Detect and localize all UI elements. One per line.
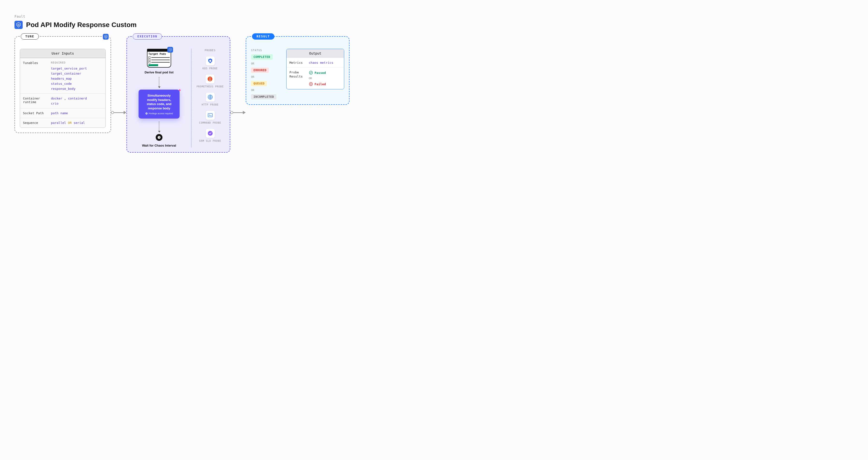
required-tag: REQUIRED xyxy=(51,61,102,64)
runtime-value: crio xyxy=(51,102,102,105)
probe-results-row: Probe Results Passed OR Failed xyxy=(286,67,344,89)
title-row: Pod API Modify Response Custom xyxy=(14,21,854,29)
check-circle-icon xyxy=(309,70,313,75)
or-text: OR xyxy=(251,89,254,92)
tunable-value: status_code xyxy=(51,82,102,86)
user-inputs-box: User Inputs Tunables REQUIRED target_ser… xyxy=(20,49,106,128)
diagram-container: TUNE User Inputs Tunables REQUIRED targe… xyxy=(14,36,854,153)
sparkle-icon: ✦ xyxy=(178,88,182,93)
separator: , xyxy=(64,97,66,100)
probe-k8s: K8S PROBE xyxy=(203,56,218,70)
step-wait-interval: Wait for Chaos Interval xyxy=(142,144,176,147)
probe-srm: SRM SLO PROBE xyxy=(199,129,221,143)
terminal-icon xyxy=(206,111,215,120)
arrow-connector xyxy=(230,111,246,114)
output-box: Output Metrics chaos metrics Probe Resul… xyxy=(286,49,344,89)
kubernetes-icon xyxy=(103,34,108,40)
page-header: Fault Pod API Modify Response Custom xyxy=(14,14,854,29)
execution-label: EXECUTION xyxy=(133,33,162,40)
status-column: STATUS COMPLETED OR ERRORED OR QUEUED OR… xyxy=(251,49,281,99)
svg-point-0 xyxy=(18,24,19,26)
metrics-row: Metrics chaos metrics xyxy=(286,58,344,67)
step-derive-pods: Derive final pod list xyxy=(145,70,174,74)
sequence-value: parallel xyxy=(51,121,66,125)
page-title: Pod API Modify Response Custom xyxy=(26,21,136,29)
target-pods-card: Target Pods xyxy=(147,49,171,68)
status-header: STATUS xyxy=(251,49,281,52)
privilege-note: Privilege access required xyxy=(143,112,176,115)
probe-label: K8S PROBE xyxy=(203,67,218,70)
kubernetes-icon xyxy=(14,21,23,29)
or-text: OR xyxy=(68,121,72,125)
passed-indicator: Passed xyxy=(309,70,326,75)
svg-point-2 xyxy=(170,49,170,50)
tune-panel: TUNE User Inputs Tunables REQUIRED targe… xyxy=(14,36,111,133)
clock-icon xyxy=(156,134,162,141)
prometheus-icon xyxy=(206,74,215,84)
tunables-label: Tunables xyxy=(23,61,47,91)
tunable-value: target_container xyxy=(51,72,102,75)
execution-panel: EXECUTION Target Pods Derive final pod l… xyxy=(126,36,230,153)
or-text: OR xyxy=(251,62,254,65)
sequence-label: Sequence xyxy=(23,121,47,125)
shield-check-icon xyxy=(206,129,215,138)
probe-results-label: Probe Results xyxy=(289,70,306,86)
runtime-value: containerd xyxy=(68,97,87,100)
metrics-label: Metrics xyxy=(289,61,306,64)
target-pods-title: Target Pods xyxy=(149,53,170,56)
probe-label: PROMETHEUS PROBE xyxy=(196,85,223,88)
tune-label: TUNE xyxy=(21,33,39,40)
metrics-value: chaos metrics xyxy=(309,61,333,64)
output-header: Output xyxy=(286,49,344,58)
tunable-value: response_body xyxy=(51,87,102,91)
svg-point-10 xyxy=(208,131,213,136)
probe-prometheus: PROMETHEUS PROBE xyxy=(196,74,223,88)
dotted-arrow-icon xyxy=(159,77,159,87)
probe-http: HTTP PROBE xyxy=(202,92,218,106)
action-text: Simultaneously modify headers, status co… xyxy=(143,93,176,110)
result-label: RESULT xyxy=(252,33,274,40)
status-incompleted-badge: INCOMPLETED xyxy=(251,94,276,99)
action-card: ✦ Simultaneously modify headers, status … xyxy=(138,90,180,119)
socket-row: Socket Path path name xyxy=(20,108,105,118)
tunable-value: target_service_port xyxy=(51,67,102,70)
sequence-row: Sequence parallel OR serial xyxy=(20,118,105,127)
tunables-row: Tunables REQUIRED target_service_port ta… xyxy=(20,58,105,93)
status-queued-badge: QUEUED xyxy=(251,81,267,86)
runtime-label: Container runtime xyxy=(23,97,47,105)
probes-column: PROBES K8S PROBE PROMETHEUS PROBE HTTP P… xyxy=(191,49,225,147)
kubernetes-icon xyxy=(206,56,215,65)
probes-header: PROBES xyxy=(205,49,216,52)
status-completed-badge: COMPLETED xyxy=(251,54,273,60)
failed-indicator: Failed xyxy=(309,82,326,86)
execution-flow: Target Pods Derive final pod list ✦ Simu… xyxy=(132,49,186,147)
status-errored-badge: ERRORED xyxy=(251,68,269,73)
tunable-value: headers_map xyxy=(51,77,102,81)
or-text: OR xyxy=(309,77,326,80)
lock-icon xyxy=(145,112,148,115)
socket-label: Socket Path xyxy=(23,111,47,115)
probe-label: SRM SLO PROBE xyxy=(199,139,221,143)
runtime-value: docker xyxy=(51,97,62,100)
arrow-connector xyxy=(111,111,126,114)
breadcrumb: Fault xyxy=(14,14,854,18)
result-panel: RESULT STATUS COMPLETED OR ERRORED OR QU… xyxy=(246,36,349,105)
probe-label: COMMAND PROBE xyxy=(199,121,221,124)
svg-point-6 xyxy=(209,60,211,62)
user-inputs-header: User Inputs xyxy=(20,49,105,58)
runtime-row: Container runtime docker , containerd cr… xyxy=(20,93,105,108)
dotted-arrow-icon xyxy=(159,121,159,131)
x-circle-icon xyxy=(309,82,313,86)
socket-value: path name xyxy=(51,111,102,115)
svg-point-11 xyxy=(309,71,313,74)
kubernetes-icon xyxy=(167,47,173,53)
probe-label: HTTP PROBE xyxy=(202,103,218,106)
svg-rect-9 xyxy=(208,114,212,117)
svg-point-1 xyxy=(105,36,106,37)
or-text: OR xyxy=(251,75,254,79)
svg-rect-4 xyxy=(146,114,147,114)
sequence-value: serial xyxy=(73,121,85,125)
globe-icon xyxy=(206,92,215,102)
probe-command: COMMAND PROBE xyxy=(199,111,221,124)
